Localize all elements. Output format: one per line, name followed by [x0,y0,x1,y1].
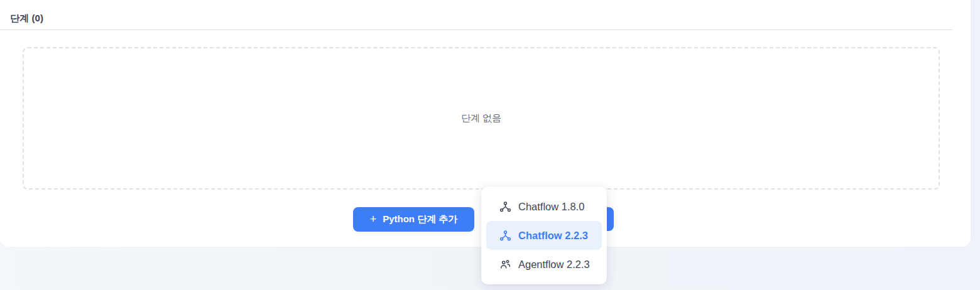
chatflow-nodes-icon [499,201,511,213]
dropdown-item-chatflow-1-8-0[interactable]: Chatflow 1.8.0 [481,192,607,221]
empty-state-text: 단계 없음 [461,112,501,124]
add-python-step-label: Python 단계 추가 [383,213,457,225]
title-divider [0,30,952,30]
steps-empty-dropzone: 단계 없음 [23,47,940,190]
page-title: 단계 (0) [10,13,43,24]
dropdown-item-label: Chatflow 1.8.0 [518,201,584,213]
dropdown-item-agentflow-2-2-3[interactable]: Agentflow 2.2.3 [481,250,607,279]
dropdown-item-label: Chatflow 2.2.3 [518,230,588,242]
plus-icon: + [370,213,377,225]
chatflow-nodes-icon [499,230,511,242]
dropdown-item-chatflow-2-2-3-selected[interactable]: Chatflow 2.2.3 [486,221,602,250]
agentflow-team-icon [499,259,511,271]
flow-version-dropdown-menu: Chatflow 1.8.0 Chatflow 2.2.3 Agentflow … [481,186,607,284]
add-python-step-button[interactable]: + Python 단계 추가 [353,207,474,232]
dropdown-item-label: Agentflow 2.2.3 [518,259,590,271]
